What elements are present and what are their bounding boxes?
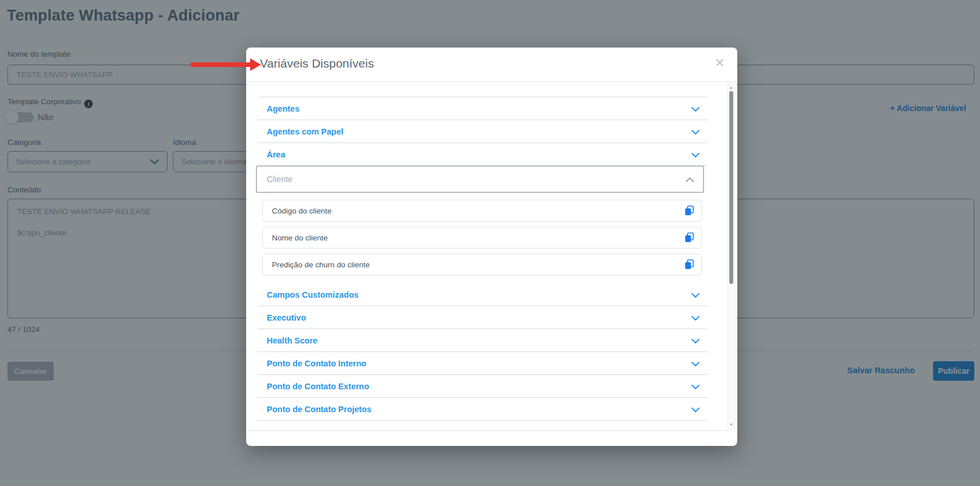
accordion-label: Ponto de Contato Interno [267, 359, 366, 368]
modal-title: Variáveis Disponíveis [260, 57, 374, 70]
copy-icon[interactable] [685, 206, 694, 216]
accordion-label: Cliente [267, 175, 293, 184]
accordion-row-agentes-com-papel[interactable]: Agentes com Papel [258, 120, 708, 143]
chevron-down-icon [691, 149, 700, 160]
accordion-row-ponto-contato-externo[interactable]: Ponto de Contato Externo [258, 375, 708, 398]
copy-icon[interactable] [685, 232, 694, 243]
chevron-down-icon [691, 381, 700, 392]
accordion-row-ponto-contato-projetos[interactable]: Ponto de Contato Projetos [258, 398, 708, 421]
scroll-up-icon[interactable]: ▲ [728, 85, 734, 90]
variable-card-codigo-do-cliente: Código do cliente [262, 200, 702, 222]
chevron-down-icon [691, 127, 700, 137]
copy-icon[interactable] [685, 259, 694, 270]
accordion-label: Agentes [267, 104, 299, 113]
accordion-label: Executivo [267, 313, 306, 322]
modal-body: Agentes Agentes com Papel Área Cliente C [246, 82, 737, 430]
modal-footer-divider [246, 430, 737, 431]
accordion-row-cliente-expanded[interactable]: Cliente [256, 165, 704, 193]
accordion-label: Ponto de Contato Externo [267, 382, 369, 391]
accordion-row-executivo[interactable]: Executivo [258, 306, 708, 329]
accordion-row-campos-customizados[interactable]: Campos Customizados [258, 283, 708, 306]
chevron-down-icon [691, 104, 700, 114]
available-variables-modal: Variáveis Disponíveis ✕ Agentes Agentes … [246, 48, 737, 446]
modal-scrollbar[interactable]: ▲ ▼ [728, 83, 735, 429]
variable-label: Nome do cliente [272, 234, 328, 242]
accordion-label: Agentes com Papel [267, 127, 343, 136]
accordion-label: Campos Customizados [267, 290, 358, 299]
variable-label: Código do cliente [272, 207, 331, 215]
accordion-label: Área [267, 150, 285, 159]
chevron-down-icon [691, 404, 700, 414]
accordion-row-health-score[interactable]: Health Score [258, 329, 708, 352]
accordion-group-list-top: Agentes Agentes com Papel Área [258, 97, 708, 166]
close-icon[interactable]: ✕ [714, 57, 725, 69]
accordion-group-list-bottom: Campos Customizados Executivo Health Sco… [258, 283, 708, 421]
scroll-down-icon[interactable]: ▼ [728, 422, 734, 428]
screen: Template Whatsapp - Adicionar Nome do te… [0, 0, 980, 486]
arrow-head-icon [250, 58, 261, 71]
accordion-row-area[interactable]: Área [258, 143, 708, 166]
chevron-down-icon [691, 313, 700, 323]
annotation-arrow [191, 58, 262, 71]
scrollbar-thumb[interactable] [729, 91, 733, 284]
variable-label: Predição de churn do cliente [272, 260, 370, 269]
modal-header: Variáveis Disponíveis ✕ [246, 48, 737, 82]
chevron-down-icon [691, 290, 700, 300]
arrow-shaft [191, 62, 251, 67]
accordion-row-agentes[interactable]: Agentes [258, 97, 708, 120]
chevron-up-icon [686, 174, 694, 184]
accordion-label: Ponto de Contato Projetos [267, 405, 372, 414]
variable-card-predicao-churn: Predição de churn do cliente [262, 254, 702, 275]
accordion-label: Health Score [267, 336, 318, 345]
accordion-row-ponto-contato-interno[interactable]: Ponto de Contato Interno [258, 352, 708, 375]
variable-card-nome-do-cliente: Nome do cliente [262, 227, 702, 248]
chevron-down-icon [691, 335, 700, 346]
chevron-down-icon [691, 358, 700, 369]
